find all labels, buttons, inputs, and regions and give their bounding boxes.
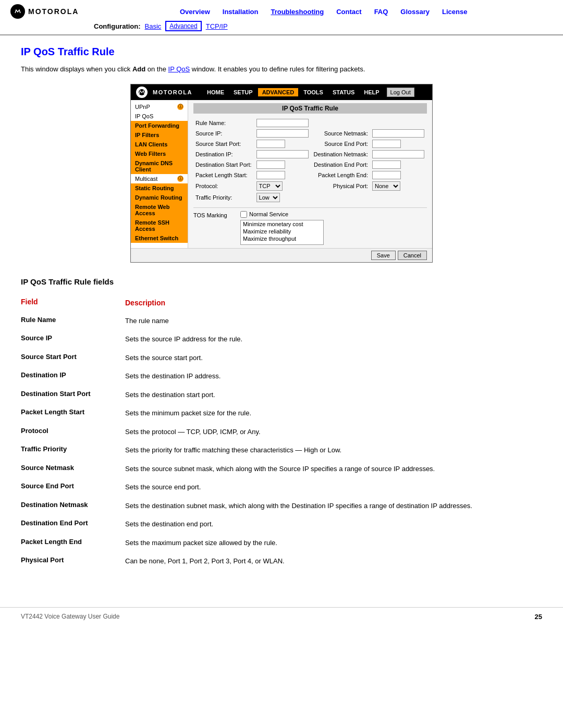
sidebar-item-dynamic-routing[interactable]: Dynamic Routing [131,193,188,202]
field-row-source-start-port: Source Start Port Sets the source start … [21,349,542,367]
field-physical-port: Physical Port [21,556,64,564]
nav-glossary[interactable]: Glossary [400,8,430,16]
sidebar-item-ethernet-switch[interactable]: Ethernet Switch [131,233,188,243]
config-basic[interactable]: Basic [145,22,162,30]
device-footer: Save Cancel [131,248,432,262]
save-button[interactable]: Save [371,251,396,260]
field-traffic-priority: Traffic Priority [21,445,67,453]
field-dest-ip: Destination IP [21,371,66,379]
device-nav: HOME SETUP ADVANCED TOOLS STATUS HELP Lo… [203,88,414,97]
dest-start-port-label: Destination Start Port: [193,159,254,170]
rule-name-input[interactable] [256,119,309,127]
normal-service-row: Normal Service [240,211,427,218]
dest-start-port-input[interactable] [256,161,285,169]
sidebar-item-lan-clients[interactable]: LAN Clients [131,140,188,149]
dest-netmask-input[interactable] [372,150,424,158]
device-nav-home[interactable]: HOME [203,88,228,96]
source-start-port-input[interactable] [256,140,285,148]
packet-length-end-input[interactable] [372,171,401,179]
desc-dest-end-port: Sets the destination end port. [125,515,542,534]
nav-faq[interactable]: FAQ [374,8,388,16]
sidebar-item-dynamic-dns[interactable]: Dynamic DNS Client [131,158,188,174]
field-source-end-port: Source End Port [21,482,74,490]
config-bar: Configuration: Basic Advanced TCP/IP [94,21,228,31]
dest-netmask-label: Destination Netmask: [311,149,371,159]
device-logo-icon [136,87,148,98]
desc-packet-length-start: Sets the minimum packet size for the rul… [125,404,542,423]
dest-end-port-label: Destination End Port: [311,159,371,170]
physical-port-select[interactable]: None Port 1 Port 2 Port 3 Port 4 WLAN [372,181,400,191]
packet-length-start-input[interactable] [256,171,285,179]
desc-dest-netmask: Sets the destination subnet mask, which … [125,497,542,515]
col-header-field: Field [21,293,125,312]
cancel-button[interactable]: Cancel [398,251,427,260]
protocol-select[interactable]: TCP UDP ICMP Any [256,181,283,191]
nav-installation[interactable]: Installation [223,8,259,16]
field-dest-start-port: Destination Start Port [21,390,91,398]
footer-page-number: 25 [535,613,542,621]
sidebar-item-ipqos[interactable]: IP QoS [131,112,188,121]
sidebar-item-upnp[interactable]: UPnP ⓘ [131,102,188,112]
dest-ip-input[interactable] [256,150,309,158]
device-nav-status[interactable]: STATUS [328,88,359,96]
traffic-priority-select[interactable]: Low High [256,193,280,202]
device-nav-tools[interactable]: TOOLS [299,88,327,96]
top-navigation: MOTOROLA Overview Installation Troublesh… [0,0,563,35]
sidebar-item-port-forwarding[interactable]: Port Forwarding [131,121,188,130]
field-row-dest-netmask: Destination Netmask Sets the destination… [21,497,542,515]
tos-row: TOS Marking Normal Service Minimize mone… [193,211,427,245]
field-packet-length-start: Packet Length Start [21,408,84,416]
tos-content: Normal Service Minimize monetary cost Ma… [240,211,427,245]
sidebar-item-remote-web[interactable]: Remote Web Access [131,202,188,218]
device-body: UPnP ⓘ IP QoS Port Forwarding IP Filters… [131,100,432,248]
field-rule-name: Rule Name [21,316,56,324]
desc-traffic-priority: Sets the priority for traffic matching t… [125,441,542,460]
config-advanced[interactable]: Advanced [165,21,201,31]
field-row-source-netmask: Source Netmask Sets the source subnet ma… [21,460,542,478]
logo-icon [10,4,25,19]
packet-length-start-label: Packet Length Start: [193,170,254,180]
field-source-netmask: Source Netmask [21,464,74,472]
dest-end-port-input[interactable] [372,161,401,169]
field-row-dest-end-port: Destination End Port Sets the destinatio… [21,515,542,534]
desc-rule-name: The rule name [125,312,542,330]
rule-name-label: Rule Name: [193,118,254,128]
tos-option-2[interactable]: Maximize reliability [241,228,323,235]
field-source-start-port: Source Start Port [21,353,77,361]
device-nav-advanced[interactable]: ADVANCED [258,88,299,96]
normal-service-checkbox[interactable] [240,211,247,218]
field-row-packet-length-end: Packet Length End Sets the maximum packe… [21,534,542,552]
sidebar-item-remote-ssh[interactable]: Remote SSH Access [131,218,188,233]
intro-paragraph: This window displays when you click Add … [21,64,542,75]
logo-text: MOTOROLA [28,7,79,16]
field-row-source-ip: Source IP Sets the source IP address for… [21,330,542,349]
tos-option-3[interactable]: Maximize throughput [241,235,323,242]
config-tcpip[interactable]: TCP/IP [206,22,228,30]
device-nav-setup[interactable]: SETUP [229,88,257,96]
device-logout-button[interactable]: Log Out [387,88,414,97]
source-netmask-input[interactable] [372,129,424,138]
sidebar-item-multicast[interactable]: Multicast ⓘ [131,174,188,183]
page-footer: VT2442 Voice Gateway User Guide 25 [0,607,563,626]
nav-license[interactable]: License [442,8,467,16]
device-nav-help[interactable]: HELP [360,88,383,96]
source-ip-input[interactable] [256,129,309,138]
field-row-packet-length-start: Packet Length Start Sets the minimum pac… [21,404,542,423]
sidebar-item-static-routing[interactable]: Static Routing [131,183,188,193]
sidebar-item-ip-filters[interactable]: IP Filters [131,130,188,140]
nav-contact[interactable]: Contact [336,8,361,16]
fields-header-row: Field Description [21,293,542,312]
nav-overview[interactable]: Overview [180,8,210,16]
field-row-dest-start-port: Destination Start Port Sets the destinat… [21,386,542,404]
tos-listbox[interactable]: Minimize monetary cost Maximize reliabil… [240,220,324,245]
field-protocol: Protocol [21,427,48,435]
desc-source-end-port: Sets the source end port. [125,478,542,497]
device-header: MOTOROLA HOME SETUP ADVANCED TOOLS STATU… [131,84,432,100]
page-title: IP QoS Traffic Rule [21,46,542,58]
sidebar-item-web-filters[interactable]: Web Filters [131,149,188,158]
field-row-traffic-priority: Traffic Priority Sets the priority for t… [21,441,542,460]
tos-option-1[interactable]: Minimize monetary cost [241,220,323,228]
nav-troubleshooting[interactable]: Troubleshooting [271,8,324,16]
source-end-port-input[interactable] [372,140,401,148]
tos-marking-label: TOS Marking [193,211,235,218]
